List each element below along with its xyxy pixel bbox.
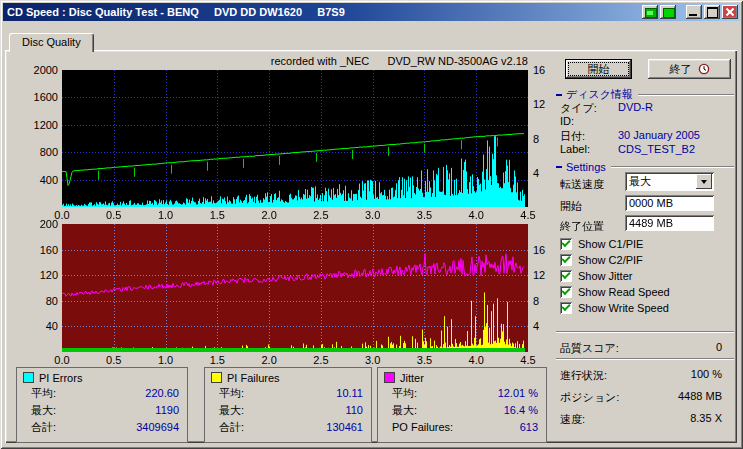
dropdown-button[interactable] (696, 174, 712, 189)
start-button[interactable]: 開始 (565, 59, 632, 79)
stat-label: 最大: (31, 402, 56, 419)
disc-label-label: Label: (560, 143, 590, 155)
axis-tick-label: 0.0 (50, 354, 74, 366)
disc-info-header: ディスク情報 (566, 87, 633, 102)
checkbox-show-read-speed[interactable]: Show Read Speed (560, 285, 670, 299)
axis-tick-label: 200 (20, 218, 58, 230)
cd-speed-window: CD Speed : Disc Quality Test - BENQ DVD … (0, 0, 743, 449)
chevron-down-icon (701, 180, 707, 187)
legend-title: PI Errors (39, 372, 82, 384)
axis-tick-label: 2.5 (309, 209, 333, 221)
axis-tick-label: 1.5 (205, 354, 229, 366)
checkbox-box[interactable] (560, 254, 572, 266)
mini-chart-icon (645, 8, 657, 18)
legend-title: PI Failures (227, 372, 280, 384)
axis-tick-label: 8 (533, 133, 553, 145)
legend-pi-failures: PI Failures 平均:10.11 最大:110 合計:130461 (204, 367, 372, 443)
checkbox-show-write-speed[interactable]: Show Write Speed (560, 301, 669, 315)
axis-tick-label: 1.0 (154, 209, 178, 221)
axis-tick-label: 4.0 (464, 354, 488, 366)
axis-tick-label: 2.5 (309, 354, 333, 366)
checkbox-label: Show Write Speed (578, 302, 669, 314)
axis-tick-label: 1.0 (154, 354, 178, 366)
axis-tick-label: 16 (533, 64, 553, 76)
legend-title: Jitter (400, 372, 424, 384)
axis-tick-label: 2000 (20, 64, 58, 76)
stat-value: 220.60 (145, 385, 179, 402)
checkbox-show-c2-pif[interactable]: Show C2/PIF (560, 253, 643, 267)
quality-score-value: 0 (640, 341, 722, 353)
stat-label: 最大: (219, 402, 244, 419)
check-icon (561, 270, 570, 279)
start-position-label: 開始 (560, 199, 582, 214)
pi-errors-color-swatch (23, 372, 34, 383)
transfer-speed-dropdown[interactable]: 最大 (625, 172, 714, 191)
axis-tick-label: 120 (20, 269, 58, 281)
stat-label: 平均: (392, 385, 417, 402)
check-icon (561, 286, 570, 295)
start-button-label: 開始 (588, 62, 610, 77)
axis-tick-label: 3.5 (412, 209, 436, 221)
stat-value: 613 (520, 419, 538, 436)
end-position-input[interactable] (625, 215, 714, 231)
monitor-view-button[interactable] (660, 5, 676, 19)
section-dash-icon (556, 166, 562, 168)
section-dash-icon (556, 94, 562, 96)
jitter-color-swatch (384, 372, 395, 383)
axis-tick-label: 3.0 (361, 354, 385, 366)
axis-tick-label: 400 (20, 174, 58, 186)
axis-tick-label: 4.5 (516, 209, 540, 221)
stat-value: 130461 (326, 419, 363, 436)
axis-tick-label: 8 (533, 295, 553, 307)
axis-tick-label: 4 (533, 167, 553, 179)
checkbox-show-jitter[interactable]: Show Jitter (560, 269, 632, 283)
disc-id-label: ID: (560, 115, 574, 127)
checkbox-label: Show Jitter (578, 270, 632, 282)
disc-type-label: タイプ: (560, 101, 597, 116)
divider (638, 94, 734, 96)
stat-value: 16.4 % (504, 402, 538, 419)
pi-failures-jitter-chart (62, 224, 528, 352)
checkbox-box[interactable] (560, 238, 572, 250)
tab-disc-quality[interactable]: Disc Quality (9, 33, 94, 52)
axis-tick-label: 0.5 (102, 354, 126, 366)
stat-label: 平均: (31, 385, 56, 402)
checkbox-box[interactable] (560, 302, 572, 314)
axis-tick-label: 16 (533, 244, 553, 256)
exit-button[interactable]: 終了 (648, 59, 731, 79)
chart-view-button[interactable] (642, 5, 658, 19)
axis-tick-label: 1600 (20, 91, 58, 103)
axis-tick-label: 4 (533, 320, 553, 332)
legend-jitter: Jitter 平均:12.01 % 最大:16.4 % PO Failures:… (377, 367, 547, 443)
recording-note: recorded with _NEC DVD_RW ND-3500AG v2.1… (62, 55, 528, 67)
axis-tick-label: 2.0 (257, 209, 281, 221)
axis-tick-label: 40 (20, 320, 58, 332)
checkbox-box[interactable] (560, 286, 572, 298)
axis-tick-label: 80 (20, 295, 58, 307)
pi-failures-color-swatch (211, 372, 222, 383)
transfer-speed-value: 最大 (625, 174, 696, 189)
axis-tick-label: 12 (533, 269, 553, 281)
minimize-button[interactable] (686, 5, 702, 19)
stat-label: 合計: (219, 419, 244, 436)
maximize-button[interactable] (704, 5, 720, 19)
start-position-input[interactable] (625, 195, 714, 211)
check-icon (561, 302, 570, 311)
window-title: CD Speed : Disc Quality Test - BENQ DVD … (3, 6, 345, 18)
stat-label: 合計: (31, 419, 56, 436)
monitor-icon (663, 8, 675, 18)
checkbox-box[interactable] (560, 270, 572, 282)
minimize-icon (689, 14, 697, 16)
quality-score-label: 品質スコア: (560, 341, 619, 356)
titlebar[interactable]: CD Speed : Disc Quality Test - BENQ DVD … (3, 3, 740, 21)
close-button[interactable] (722, 5, 738, 19)
exit-button-label: 終了 (670, 62, 692, 77)
divider (556, 358, 734, 360)
section-disc-info: ディスク情報 (556, 87, 734, 102)
axis-tick-label: 3.0 (361, 209, 385, 221)
checkbox-show-c1-pie[interactable]: Show C1/PIE (560, 237, 643, 251)
checkbox-label: Show Read Speed (578, 286, 670, 298)
progress-value: 100 % (630, 368, 722, 380)
checkbox-label: Show C2/PIF (578, 254, 643, 266)
position-value: 4488 MB (630, 390, 722, 402)
